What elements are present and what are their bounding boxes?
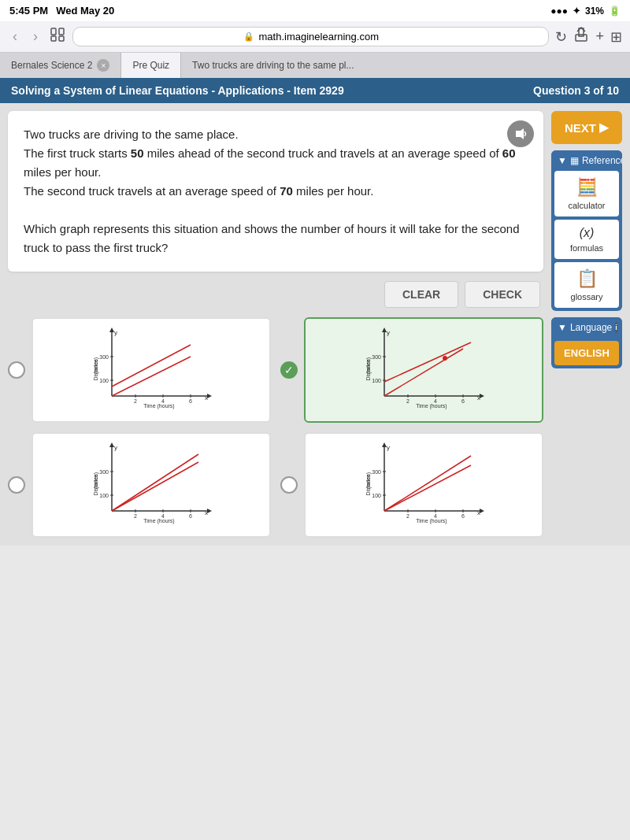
reference-header[interactable]: ▼ ▦ Reference bbox=[551, 150, 622, 171]
svg-text:(miles): (miles) bbox=[93, 472, 99, 489]
svg-rect-1 bbox=[59, 28, 64, 35]
svg-text:(miles): (miles) bbox=[365, 472, 372, 489]
svg-text:6: 6 bbox=[189, 513, 192, 519]
glossary-icon: 📋 bbox=[576, 268, 598, 289]
tab-bernales-label: Bernales Science 2 bbox=[11, 60, 92, 71]
signal-icon: ●●● bbox=[550, 6, 568, 17]
language-toggle-icon: ▼ bbox=[558, 322, 567, 333]
graph-card-d[interactable]: Distance (miles) Time (hours) 100 300 2 … bbox=[304, 432, 543, 538]
right-sidebar: NEXT ▶ ▼ ▦ Reference 🧮 calculator (x) fo… bbox=[551, 111, 622, 538]
tab-overflow-label: Two trucks are driving to the same pl... bbox=[192, 60, 354, 71]
clear-button[interactable]: CLEAR bbox=[384, 281, 458, 308]
tabs-bar: Bernales Science 2 × Pre Quiz Two trucks… bbox=[0, 53, 630, 78]
svg-text:2: 2 bbox=[406, 398, 410, 404]
option-d-radio[interactable] bbox=[280, 476, 298, 494]
svg-text:4: 4 bbox=[161, 513, 165, 519]
option-b-radio[interactable]: ✓ bbox=[280, 361, 298, 379]
svg-text:6: 6 bbox=[461, 513, 465, 519]
english-button[interactable]: ENGLISH bbox=[554, 341, 619, 365]
svg-line-68 bbox=[112, 462, 198, 511]
question-text: Two trucks are driving to the same place… bbox=[24, 125, 528, 257]
svg-rect-0 bbox=[51, 28, 56, 35]
back-button[interactable]: ‹ bbox=[8, 27, 22, 46]
main-content: Two trucks are driving to the same place… bbox=[0, 103, 630, 546]
graph-d-svg: Distance (miles) Time (hours) 100 300 2 … bbox=[312, 440, 536, 527]
glossary-item[interactable]: 📋 glossary bbox=[554, 262, 619, 308]
graph-card-a[interactable]: Distance (miles) Time (hours) 100 300 2 bbox=[32, 317, 271, 423]
svg-line-45 bbox=[384, 342, 471, 382]
reference-icon: ▦ bbox=[570, 155, 579, 166]
calculator-item[interactable]: 🧮 calculator bbox=[554, 171, 619, 216]
audio-button[interactable] bbox=[507, 120, 534, 147]
svg-text:100: 100 bbox=[372, 493, 381, 498]
forward-button[interactable]: › bbox=[28, 27, 43, 46]
graph-b-svg: Distance (miles) Time (hours) 100 300 2 bbox=[312, 325, 536, 412]
svg-line-88 bbox=[384, 456, 471, 511]
svg-text:y: y bbox=[114, 444, 117, 451]
status-bar: 5:45 PM Wed May 20 ●●● ✦ 31% 🔋 bbox=[0, 0, 630, 21]
url-bar[interactable]: 🔒 math.imaginelearning.com bbox=[72, 27, 549, 46]
svg-text:Time (hours): Time (hours) bbox=[143, 403, 174, 409]
tab-overflow[interactable]: Two trucks are driving to the same pl... bbox=[181, 53, 630, 78]
battery-icon: 🔋 bbox=[609, 6, 621, 17]
svg-text:2: 2 bbox=[134, 398, 137, 404]
status-day: Wed May 20 bbox=[56, 5, 114, 17]
svg-text:100: 100 bbox=[372, 378, 381, 383]
svg-text:6: 6 bbox=[189, 398, 192, 404]
option-d-wrapper: Distance (miles) Time (hours) 100 300 2 … bbox=[280, 432, 543, 538]
tab-prequiz-label: Pre Quiz bbox=[132, 60, 169, 71]
language-label: Language bbox=[570, 322, 612, 333]
svg-text:x: x bbox=[205, 394, 208, 401]
option-b-wrapper: ✓ Distance (miles) Time (hours) bbox=[280, 317, 543, 423]
new-tab-button[interactable]: + bbox=[595, 28, 604, 45]
tab-bernales[interactable]: Bernales Science 2 × bbox=[0, 53, 121, 78]
svg-rect-3 bbox=[59, 36, 64, 41]
calculator-label: calculator bbox=[568, 201, 605, 210]
graph-c-svg: Distance (miles) Time (hours) 100 300 2 … bbox=[39, 440, 263, 527]
svg-text:100: 100 bbox=[99, 378, 109, 383]
battery-status: 31% bbox=[585, 6, 604, 17]
options-grid: Distance (miles) Time (hours) 100 300 2 bbox=[8, 317, 543, 538]
formulas-label: formulas bbox=[570, 243, 603, 253]
reference-panel: ▼ ▦ Reference 🧮 calculator (x) formulas … bbox=[551, 150, 622, 311]
language-panel: ▼ Language i ENGLISH bbox=[551, 317, 622, 368]
svg-line-24 bbox=[112, 345, 191, 387]
formulas-item[interactable]: (x) formulas bbox=[554, 220, 619, 259]
svg-text:300: 300 bbox=[99, 469, 109, 475]
svg-text:y: y bbox=[114, 329, 117, 336]
svg-text:300: 300 bbox=[99, 354, 109, 360]
svg-line-89 bbox=[384, 465, 471, 511]
bookmark-button[interactable] bbox=[49, 26, 66, 47]
svg-text:4: 4 bbox=[161, 398, 165, 404]
svg-text:y: y bbox=[387, 329, 390, 336]
graph-card-b[interactable]: Distance (miles) Time (hours) 100 300 2 bbox=[304, 317, 543, 423]
wifi-icon: ✦ bbox=[573, 6, 580, 17]
share-button[interactable] bbox=[573, 27, 589, 46]
option-c-wrapper: Distance (miles) Time (hours) 100 300 2 … bbox=[8, 432, 271, 538]
svg-text:Time (hours): Time (hours) bbox=[143, 518, 174, 524]
next-button[interactable]: NEXT ▶ bbox=[551, 111, 622, 144]
content-area: Two trucks are driving to the same place… bbox=[8, 111, 543, 538]
tab-prequiz[interactable]: Pre Quiz bbox=[121, 53, 181, 78]
check-button[interactable]: CHECK bbox=[465, 281, 540, 308]
svg-text:(miles): (miles) bbox=[93, 357, 99, 374]
svg-text:100: 100 bbox=[99, 493, 109, 498]
language-header[interactable]: ▼ Language i bbox=[551, 317, 622, 338]
graph-a-svg: Distance (miles) Time (hours) 100 300 2 bbox=[39, 325, 263, 412]
status-time: 5:45 PM bbox=[9, 5, 48, 17]
svg-point-47 bbox=[443, 356, 447, 361]
svg-text:x: x bbox=[477, 509, 480, 516]
tab-bernales-close[interactable]: × bbox=[97, 59, 109, 72]
svg-line-25 bbox=[112, 357, 191, 396]
option-a-radio[interactable] bbox=[8, 361, 25, 379]
tab-switcher-button[interactable]: ⊞ bbox=[610, 28, 622, 46]
option-a-wrapper: Distance (miles) Time (hours) 100 300 2 bbox=[8, 317, 271, 423]
reload-button[interactable]: ↻ bbox=[555, 28, 567, 46]
option-c-radio[interactable] bbox=[8, 476, 25, 494]
page-header: Solving a System of Linear Equations - A… bbox=[0, 78, 630, 103]
svg-text:x: x bbox=[205, 509, 208, 516]
glossary-label: glossary bbox=[571, 292, 603, 302]
graph-card-c[interactable]: Distance (miles) Time (hours) 100 300 2 … bbox=[32, 432, 271, 538]
formulas-icon: (x) bbox=[580, 226, 595, 240]
svg-rect-5 bbox=[576, 35, 587, 41]
